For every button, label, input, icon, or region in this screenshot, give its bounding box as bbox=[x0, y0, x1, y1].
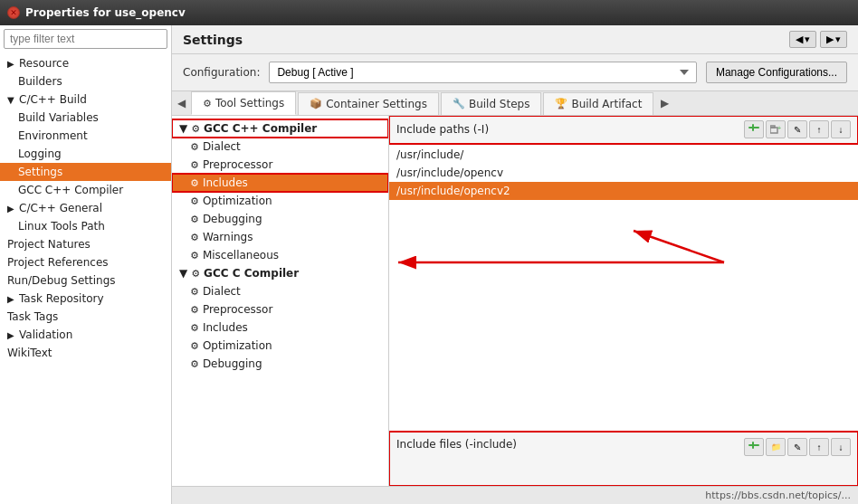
warnings-node-cpp[interactable]: ⚙ Warnings bbox=[172, 228, 388, 246]
sidebar-item-project-natures[interactable]: Project Natures bbox=[0, 235, 171, 253]
sidebar-item-validation[interactable]: ▶ Validation bbox=[0, 326, 171, 344]
tab-container-settings[interactable]: 📦 Container Settings bbox=[298, 92, 439, 115]
sidebar-item-label: Task Tags bbox=[7, 310, 58, 323]
path-item-usr-include[interactable]: /usr/include/ bbox=[389, 146, 858, 164]
node-label: Includes bbox=[203, 176, 248, 189]
sidebar-item-wikitext[interactable]: WikiText bbox=[0, 344, 171, 362]
config-row: Configuration: Debug [ Active ] Release … bbox=[172, 54, 858, 91]
title-bar: ✕ Properties for use_opencv bbox=[0, 0, 858, 25]
sidebar-item-linux-tools[interactable]: Linux Tools Path bbox=[0, 217, 171, 235]
nav-buttons: ◀ ▾ ▶ ▾ bbox=[789, 31, 847, 48]
close-button[interactable]: ✕ bbox=[7, 6, 20, 19]
tab-tool-settings[interactable]: ⚙ Tool Settings bbox=[191, 91, 296, 115]
include-paths-list: /usr/include/ /usr/include/opencv /usr/i… bbox=[389, 144, 858, 432]
manage-configurations-button[interactable]: Manage Configurations... bbox=[706, 62, 847, 83]
debugging-node-c[interactable]: ⚙ Debugging bbox=[172, 355, 388, 373]
add-path-button[interactable] bbox=[744, 120, 764, 138]
path-value: /usr/include/opencv bbox=[396, 166, 503, 179]
tab-scroll-left[interactable]: ◀ bbox=[172, 93, 191, 113]
svg-text:+: + bbox=[777, 125, 781, 131]
sidebar-item-label: Validation bbox=[19, 328, 72, 341]
sidebar-item-cppgeneral[interactable]: ▶ C/C++ General bbox=[0, 199, 171, 217]
up-icon: ↑ bbox=[817, 125, 822, 135]
config-label: Configuration: bbox=[183, 66, 260, 79]
include-paths-title: Include paths (-I) bbox=[396, 123, 489, 136]
sidebar-item-label: Resource bbox=[19, 57, 69, 70]
gcc-cpp-compiler-node[interactable]: ▼ ⚙ GCC C++ Compiler bbox=[172, 119, 388, 138]
sidebar-item-label: GCC C++ Compiler bbox=[18, 184, 123, 196]
node-label: Optimization bbox=[203, 195, 272, 207]
sidebar-item-settings[interactable]: Settings bbox=[0, 163, 171, 181]
sidebar-item-task-repository[interactable]: ▶ Task Repository bbox=[0, 290, 171, 308]
includes-node-cpp[interactable]: ⚙ Includes bbox=[172, 174, 388, 192]
node-icon: ⚙ bbox=[190, 340, 199, 352]
node-icon: ⚙ bbox=[190, 195, 199, 207]
node-icon: ⚙ bbox=[190, 214, 199, 225]
path-item-usr-include-opencv2[interactable]: /usr/include/opencv2 bbox=[389, 182, 858, 200]
dialect-node-c[interactable]: ⚙ Dialect bbox=[172, 282, 388, 300]
sidebar-item-toolchain[interactable]: GCC C++ Compiler bbox=[0, 181, 171, 199]
back-icon: ◀ bbox=[796, 33, 803, 45]
sidebar-item-environment[interactable]: Environment bbox=[0, 127, 171, 145]
svg-rect-3 bbox=[770, 126, 775, 128]
optimization-node-c[interactable]: ⚙ Optimization bbox=[172, 337, 388, 355]
sidebar-item-label: C/C++ Build bbox=[19, 93, 87, 106]
sidebar-item-project-references[interactable]: Project References bbox=[0, 253, 171, 271]
tab-build-steps[interactable]: 🔧 Build Steps bbox=[441, 92, 542, 115]
move-path-down-button[interactable]: ↓ bbox=[831, 120, 851, 138]
preprocessor-node-cpp[interactable]: ⚙ Preprocessor bbox=[172, 156, 388, 174]
sidebar-item-builders[interactable]: Builders bbox=[0, 72, 171, 90]
miscellaneous-node-cpp[interactable]: ⚙ Miscellaneous bbox=[172, 246, 388, 264]
move-path-up-button[interactable]: ↑ bbox=[809, 120, 829, 138]
includes-node-c[interactable]: ⚙ Includes bbox=[172, 319, 388, 337]
tab-build-artifact[interactable]: 🏆 Build Artifact bbox=[543, 92, 653, 115]
dialect-node-cpp[interactable]: ⚙ Dialect bbox=[172, 138, 388, 156]
sidebar-item-run-debug[interactable]: Run/Debug Settings bbox=[0, 271, 171, 290]
sidebar-item-logging[interactable]: Logging bbox=[0, 145, 171, 163]
sidebar-item-label: WikiText bbox=[7, 347, 52, 359]
back-dropdown-icon: ▾ bbox=[805, 33, 810, 45]
main-container: ▶ Resource Builders ▼ C/C++ Build Build … bbox=[0, 25, 858, 504]
sidebar-tree: ▶ Resource Builders ▼ C/C++ Build Build … bbox=[0, 52, 171, 504]
node-icon: ⚙ bbox=[190, 177, 199, 189]
node-label: Debugging bbox=[203, 357, 262, 370]
path-item-usr-include-opencv[interactable]: /usr/include/opencv bbox=[389, 164, 858, 182]
move-file-up-button[interactable]: ↑ bbox=[809, 438, 829, 456]
add-workspace-icon: 📁 bbox=[771, 442, 781, 452]
tab-bar: ◀ ⚙ Tool Settings 📦 Container Settings 🔧… bbox=[172, 91, 858, 116]
sidebar-item-task-tags[interactable]: Task Tags bbox=[0, 308, 171, 326]
gcc-c-compiler-node[interactable]: ▼ ⚙ GCC C Compiler bbox=[172, 264, 388, 282]
forward-icon: ▶ bbox=[826, 33, 834, 45]
sidebar-item-build-variables[interactable]: Build Variables bbox=[0, 109, 171, 127]
sidebar-item-cppbuild[interactable]: ▼ C/C++ Build bbox=[0, 90, 171, 109]
sidebar-item-label: Project References bbox=[7, 256, 109, 269]
add-icon bbox=[748, 124, 759, 135]
nav-back-button[interactable]: ◀ ▾ bbox=[789, 31, 816, 48]
node-icon: ⚙ bbox=[190, 141, 199, 153]
move-file-down-button[interactable]: ↓ bbox=[831, 438, 851, 456]
edit-path-button[interactable]: ✎ bbox=[787, 120, 807, 138]
include-files-section: Include files (-include) 📁 ✎ bbox=[389, 432, 858, 486]
add-workspace-file-button[interactable]: 📁 bbox=[766, 438, 786, 456]
filter-input[interactable] bbox=[4, 29, 167, 49]
node-label: Debugging bbox=[203, 213, 262, 225]
sidebar-item-resource[interactable]: ▶ Resource bbox=[0, 54, 171, 72]
nav-forward-button[interactable]: ▶ ▾ bbox=[820, 31, 847, 48]
path-action-buttons: + ✎ ↑ ↓ bbox=[744, 120, 851, 138]
add-workspace-path-button[interactable]: + bbox=[766, 120, 786, 138]
node-icon: ⚙ bbox=[190, 304, 199, 316]
path-value: /usr/include/opencv2 bbox=[396, 185, 510, 197]
edit-file-button[interactable]: ✎ bbox=[787, 438, 807, 456]
right-panel: Include paths (-I) + bbox=[389, 116, 858, 486]
node-icon: ⚙ bbox=[190, 159, 199, 171]
down-icon: ↓ bbox=[839, 125, 844, 135]
arrow-icon: ▶ bbox=[7, 294, 16, 304]
config-select[interactable]: Debug [ Active ] Release All Configurati… bbox=[269, 62, 696, 83]
add-file-button[interactable] bbox=[744, 438, 764, 456]
optimization-node-cpp[interactable]: ⚙ Optimization bbox=[172, 192, 388, 210]
include-files-actions: 📁 ✎ ↑ ↓ bbox=[744, 436, 851, 456]
sidebar-item-label: Environment bbox=[18, 129, 88, 142]
preprocessor-node-c[interactable]: ⚙ Preprocessor bbox=[172, 300, 388, 319]
tab-scroll-right[interactable]: ▶ bbox=[655, 93, 674, 113]
debugging-node-cpp[interactable]: ⚙ Debugging bbox=[172, 210, 388, 228]
